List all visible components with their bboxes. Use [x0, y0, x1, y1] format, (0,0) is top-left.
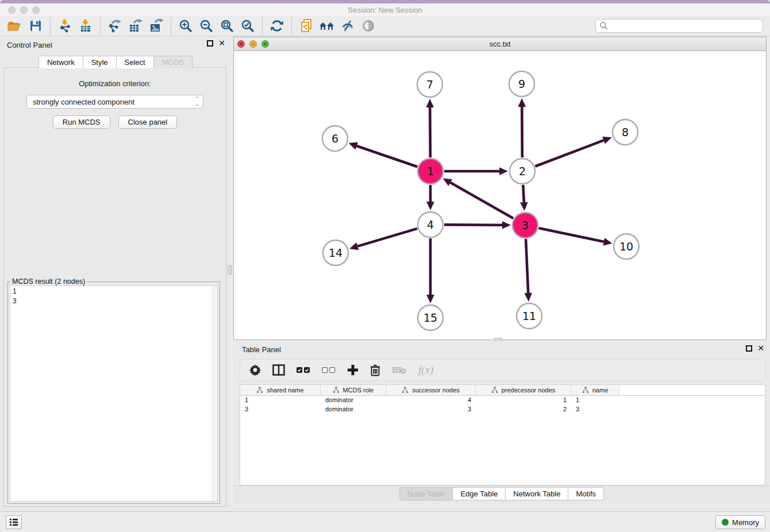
import-network-button[interactable] [55, 17, 75, 34]
tab-edge-table[interactable]: Edge Table [453, 487, 506, 500]
delete-column-button[interactable] [370, 364, 380, 376]
column-header-successor-nodes[interactable]: successor nodes [386, 385, 476, 395]
show-graphics-button[interactable] [358, 17, 379, 34]
network-window-titlebar[interactable]: ✕ − + scc.txt [234, 37, 766, 51]
plus-icon [347, 364, 359, 376]
run-mcds-button[interactable]: Run MCDS [53, 115, 110, 129]
table-cell: 2 [476, 405, 571, 414]
export-image-button[interactable] [146, 17, 167, 34]
delete-table-icon [392, 365, 407, 375]
table-row[interactable]: 3dominator323 [240, 405, 765, 414]
network-graph[interactable]: 7968124314101511 [234, 51, 766, 340]
import-table-button[interactable] [75, 17, 96, 34]
close-panel-icon[interactable]: ✕ [757, 345, 764, 352]
edge-3-1[interactable] [451, 183, 513, 218]
save-icon [29, 19, 43, 33]
arrowhead-icon [349, 242, 359, 250]
result-scrollbar[interactable] [212, 286, 217, 501]
table-row[interactable]: 1dominator411 [240, 396, 765, 405]
control-panel-header: Control Panel ✕ [0, 36, 231, 53]
column-header-name[interactable]: name [571, 385, 619, 395]
home-layout-button[interactable] [317, 17, 337, 34]
table-cell: 1 [476, 396, 571, 405]
export-table-button[interactable] [125, 17, 146, 34]
control-panel-title: Control Panel [7, 41, 52, 49]
clone-network-button[interactable] [296, 17, 317, 34]
toolbar-separator [291, 17, 292, 34]
hide-graphics-button[interactable] [337, 17, 358, 34]
node-label: 8 [622, 126, 629, 138]
tab-mcds[interactable]: MCDS [154, 56, 192, 68]
zoom-fit-icon [220, 19, 234, 33]
arrowhead-icon [426, 295, 434, 303]
hierarchy-icon [256, 387, 263, 394]
table-cell: 4 [386, 396, 476, 405]
zoom-out-button[interactable] [196, 17, 217, 34]
edge-2-8[interactable] [535, 140, 603, 166]
tab-style[interactable]: Style [83, 56, 117, 68]
float-panel-icon[interactable] [207, 40, 213, 47]
add-column-button[interactable] [347, 364, 359, 376]
memory-button[interactable]: Memory [715, 515, 765, 529]
table-tabs-strip: Node Table Edge Table Network Table Moti… [233, 485, 770, 502]
criterion-dropdown[interactable]: strongly connected component ⌃⌄ [26, 95, 203, 109]
close-panel-button[interactable]: Close panel [118, 115, 178, 129]
search-input[interactable] [595, 19, 763, 33]
zoom-selected-icon [241, 19, 255, 33]
select-all-button[interactable] [297, 366, 310, 374]
clear-selection-button[interactable] [322, 366, 336, 374]
export-network-button[interactable] [105, 17, 125, 34]
arrowhead-icon [524, 293, 532, 302]
refresh-button[interactable] [267, 17, 287, 34]
function-builder-button[interactable]: f(x) [418, 364, 433, 376]
tab-select[interactable]: Select [117, 56, 154, 68]
network-canvas[interactable]: 7968124314101511 [234, 51, 766, 340]
split-columns-button[interactable] [272, 364, 285, 376]
table-settings-button[interactable] [249, 364, 261, 376]
tab-node-table[interactable]: Node Table [399, 487, 453, 500]
tab-motifs[interactable]: Motifs [568, 487, 604, 500]
table-cell: dominator [321, 405, 386, 414]
edge-4-3[interactable] [444, 225, 502, 225]
tab-network[interactable]: Network [38, 56, 83, 68]
edge-1-7[interactable] [430, 107, 430, 157]
mcds-result-line: 1 [13, 287, 215, 296]
delete-table-button[interactable] [392, 365, 407, 375]
edge-3-10[interactable] [538, 228, 603, 242]
mcds-result-textarea[interactable]: 1 3 [10, 286, 218, 502]
zoom-in-button[interactable] [175, 17, 196, 34]
open-file-button[interactable] [5, 17, 25, 34]
close-panel-icon[interactable]: ✕ [218, 40, 225, 47]
arrowhead-icon [603, 238, 612, 245]
hierarchy-icon [402, 387, 409, 394]
column-header-predecessor-nodes[interactable]: predecessor nodes [476, 385, 571, 395]
save-session-button[interactable] [25, 17, 46, 34]
hierarchy-icon [333, 387, 340, 394]
search-container [595, 19, 763, 33]
edge-4-14[interactable] [357, 229, 417, 246]
edge-3-11[interactable] [526, 239, 528, 293]
arrowhead-icon [502, 221, 511, 229]
edge-2-3[interactable] [523, 185, 524, 202]
vertical-splitter-handle[interactable] [228, 265, 232, 275]
table-panel-header: Table Panel ✕ [233, 341, 770, 357]
list-icon [9, 518, 18, 526]
criterion-value: strongly connected component [33, 98, 134, 106]
edge-2-9[interactable] [522, 107, 522, 157]
node-label: 9 [518, 78, 525, 90]
memory-label: Memory [732, 518, 759, 527]
column-header-shared-name[interactable]: shared name [240, 385, 321, 395]
table-panel: Table Panel ✕ [233, 341, 770, 511]
zoom-fit-button[interactable] [217, 17, 237, 34]
window-title: Session: New Session [0, 6, 770, 14]
float-panel-icon[interactable] [746, 345, 752, 352]
zoom-selected-button[interactable] [237, 17, 258, 34]
task-history-button[interactable] [6, 515, 22, 529]
column-header-MCDS-role[interactable]: MCDS role [321, 385, 386, 395]
optimization-criterion-label: Optimization criterion: [4, 79, 226, 88]
table-cell: dominator [321, 396, 386, 405]
node-table[interactable]: shared nameMCDS rolesuccessor nodesprede… [240, 384, 765, 485]
edge-1-6[interactable] [357, 146, 417, 167]
eye-icon [361, 19, 376, 33]
tab-network-table[interactable]: Network Table [506, 487, 568, 500]
